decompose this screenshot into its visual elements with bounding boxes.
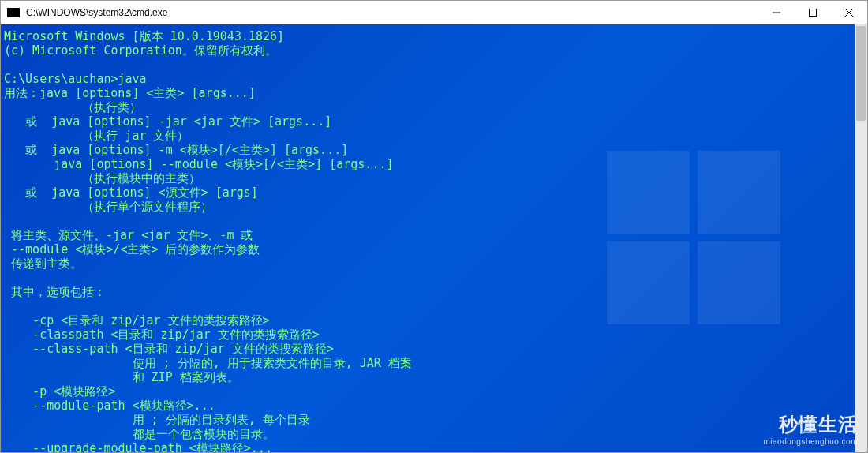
cmd-icon — [7, 8, 20, 17]
vertical-scrollbar[interactable] — [855, 24, 867, 452]
maximize-icon — [809, 9, 817, 17]
watermark-url: miaodongshenghuo.com — [763, 437, 858, 446]
maximize-button[interactable] — [795, 1, 831, 24]
scrollbar-thumb[interactable] — [856, 26, 866, 121]
watermark-brand: 秒懂生活 — [763, 412, 858, 437]
minimize-button[interactable] — [758, 1, 795, 24]
window-title: C:\WINDOWS\system32\cmd.exe — [26, 7, 758, 18]
close-button[interactable] — [831, 1, 867, 24]
titlebar[interactable]: C:\WINDOWS\system32\cmd.exe — [1, 1, 867, 24]
minimize-icon — [773, 9, 780, 17]
terminal-output: Microsoft Windows [版本 10.0.19043.1826] (… — [4, 29, 851, 452]
close-icon — [845, 9, 853, 17]
terminal-viewport[interactable]: Microsoft Windows [版本 10.0.19043.1826] (… — [1, 24, 867, 452]
svg-rect-1 — [810, 9, 817, 16]
cmd-window: C:\WINDOWS\system32\cmd.exe Microsoft Wi… — [0, 0, 868, 453]
image-watermark: 秒懂生活 miaodongshenghuo.com — [763, 412, 858, 446]
